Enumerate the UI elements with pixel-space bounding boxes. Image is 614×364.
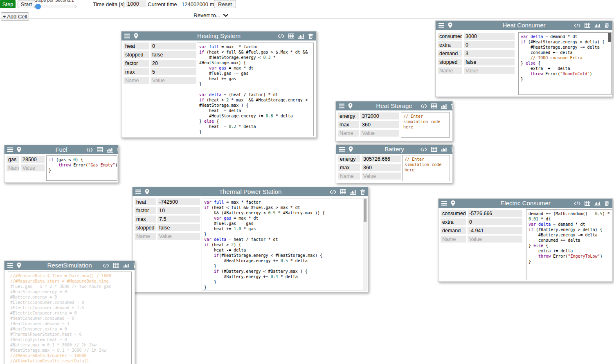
- menu-icon[interactable]: [135, 189, 141, 194]
- var-value-input[interactable]: [151, 43, 196, 49]
- new-var-name-input[interactable]: [124, 77, 149, 84]
- step-button[interactable]: Step: [0, 0, 16, 8]
- new-var-name-input[interactable]: [441, 236, 466, 243]
- menu-icon[interactable]: [439, 23, 444, 28]
- var-name-input[interactable]: [135, 216, 156, 222]
- var-name-input[interactable]: [441, 210, 466, 217]
- new-var-value-input[interactable]: [157, 233, 200, 240]
- var-name-input[interactable]: [124, 60, 149, 67]
- scrollbar-thumb[interactable]: [364, 199, 367, 222]
- location-pin-icon[interactable]: [17, 147, 21, 153]
- panel-header[interactable]: Fuel: [4, 145, 118, 154]
- code-icon[interactable]: [421, 104, 427, 108]
- var-value-input[interactable]: [21, 156, 45, 163]
- var-name-input[interactable]: [135, 198, 156, 205]
- var-value-input[interactable]: [157, 224, 200, 231]
- chart-icon[interactable]: [107, 147, 113, 153]
- var-value-input[interactable]: [464, 33, 515, 40]
- code-icon[interactable]: [574, 201, 580, 206]
- scrollbar-thumb[interactable]: [608, 33, 611, 42]
- code-editor[interactable]: var full = max * factor if (heat < full …: [202, 198, 367, 290]
- var-name-input[interactable]: [438, 50, 462, 57]
- var-name-input[interactable]: [438, 33, 462, 40]
- table-icon[interactable]: [97, 147, 103, 152]
- new-var-value-input[interactable]: [362, 173, 401, 180]
- var-value-input[interactable]: [360, 121, 399, 128]
- location-pin-icon[interactable]: [134, 33, 138, 39]
- location-pin-icon[interactable]: [448, 22, 452, 28]
- menu-icon[interactable]: [7, 147, 13, 152]
- trash-icon[interactable]: [117, 147, 119, 153]
- var-value-input[interactable]: [362, 155, 401, 162]
- chart-icon[interactable]: [298, 34, 304, 39]
- new-var-name-input[interactable]: [338, 130, 359, 137]
- panel-header[interactable]: Thermal Power Station: [133, 187, 368, 196]
- var-value-input[interactable]: [464, 50, 515, 57]
- var-name-input[interactable]: [438, 41, 462, 48]
- code-editor[interactable]: demand += (Math.random() - 0.5) * 0.01 *…: [526, 209, 613, 280]
- code-editor[interactable]: //#MeasureData.$.Time = Date.now() / 100…: [8, 272, 132, 364]
- menu-icon[interactable]: [441, 201, 447, 206]
- var-value-input[interactable]: [464, 58, 515, 65]
- chart-icon[interactable]: [594, 23, 601, 28]
- code-icon[interactable]: [278, 34, 284, 38]
- code-editor[interactable]: var delta = demand * dt if (#HeatStorage…: [518, 32, 612, 95]
- var-name-input[interactable]: [7, 156, 19, 163]
- panel-header[interactable]: Heating System: [121, 31, 316, 40]
- trash-icon[interactable]: [308, 34, 313, 39]
- chart-icon[interactable]: [441, 103, 447, 109]
- trash-icon[interactable]: [605, 23, 609, 28]
- code-icon[interactable]: [574, 23, 580, 28]
- var-value-input[interactable]: [157, 198, 200, 205]
- trash-icon[interactable]: [451, 103, 453, 109]
- revert-dropdown[interactable]: Revert to...: [193, 12, 228, 18]
- reset-button[interactable]: Reset: [214, 0, 236, 8]
- new-var-name-input[interactable]: [438, 67, 462, 74]
- chart-icon[interactable]: [594, 201, 601, 206]
- panel-header[interactable]: Electric Consumer: [439, 199, 612, 208]
- var-name-input[interactable]: [135, 224, 156, 231]
- location-pin-icon[interactable]: [349, 146, 353, 152]
- var-value-input[interactable]: [468, 210, 522, 217]
- menu-icon[interactable]: [7, 263, 13, 268]
- var-value-input[interactable]: [464, 41, 515, 48]
- table-icon[interactable]: [431, 147, 437, 152]
- var-name-input[interactable]: [124, 51, 149, 58]
- start-button[interactable]: Start: [18, 0, 35, 8]
- scrollbar-track[interactable]: [363, 198, 367, 290]
- new-var-name-input[interactable]: [338, 173, 360, 180]
- location-pin-icon[interactable]: [451, 200, 455, 206]
- panel-header[interactable]: Battery: [336, 145, 452, 154]
- var-value-input[interactable]: [468, 227, 522, 234]
- table-icon[interactable]: [585, 201, 590, 206]
- chart-icon[interactable]: [123, 263, 129, 268]
- code-editor[interactable]: var full = max * factor if (heat < full …: [197, 43, 314, 136]
- var-value-input[interactable]: [157, 207, 200, 214]
- time-delta-input[interactable]: [126, 0, 146, 7]
- new-var-value-input[interactable]: [151, 77, 196, 84]
- code-icon[interactable]: [330, 190, 336, 194]
- var-name-input[interactable]: [338, 164, 360, 171]
- code-icon[interactable]: [103, 263, 109, 268]
- var-value-input[interactable]: [151, 60, 196, 67]
- new-var-value-input[interactable]: [464, 67, 515, 74]
- steps-per-second-slider[interactable]: [34, 4, 76, 9]
- code-editor[interactable]: // Enter simulation code here: [401, 112, 450, 138]
- table-icon[interactable]: [340, 189, 346, 194]
- trash-icon[interactable]: [451, 147, 453, 152]
- menu-icon[interactable]: [124, 34, 130, 38]
- panel-header[interactable]: Heat Storage: [336, 101, 452, 110]
- menu-icon[interactable]: [339, 147, 345, 152]
- menu-icon[interactable]: [339, 103, 344, 108]
- trash-icon[interactable]: [360, 189, 365, 195]
- var-name-input[interactable]: [338, 121, 359, 128]
- var-value-input[interactable]: [157, 216, 200, 222]
- trash-icon[interactable]: [605, 201, 609, 206]
- code-icon[interactable]: [86, 148, 93, 152]
- panel-header[interactable]: Heat Consumer: [436, 21, 612, 30]
- var-name-input[interactable]: [135, 207, 156, 214]
- trash-icon[interactable]: [133, 263, 135, 268]
- table-icon[interactable]: [585, 23, 590, 28]
- var-name-input[interactable]: [441, 218, 466, 225]
- var-name-input[interactable]: [438, 58, 462, 65]
